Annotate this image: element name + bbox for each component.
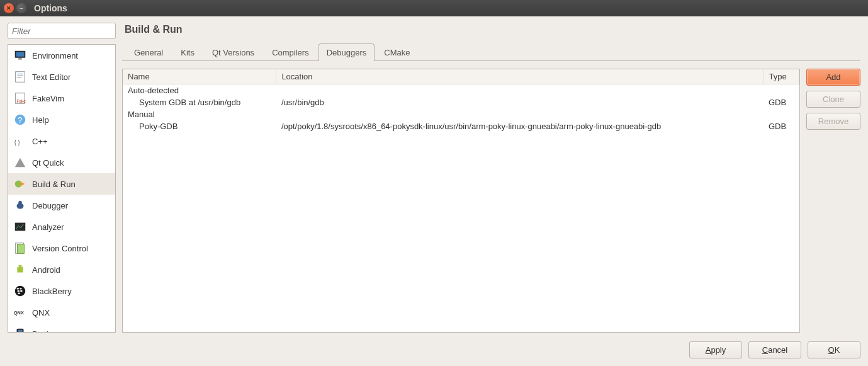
- svg-text:Fake: Fake: [17, 99, 26, 103]
- svg-point-22: [20, 288, 22, 289]
- sidebar: Environment Text Editor Fake FakeVim ? H…: [8, 23, 116, 333]
- sidebar-item-label: Qt Quick: [32, 158, 64, 168]
- svg-text:?: ?: [18, 115, 22, 125]
- svg-text:QNX: QNX: [14, 310, 24, 316]
- sidebar-item-label: C++: [32, 137, 48, 146]
- cell-type: GDB: [764, 96, 799, 108]
- table-row[interactable]: System GDB at /usr/bin/gdb /usr/bin/gdb …: [123, 96, 799, 108]
- cancel-button[interactable]: Cancel: [748, 341, 801, 358]
- remove-button[interactable]: Remove: [806, 113, 860, 130]
- sidebar-item-label: Debugger: [32, 201, 68, 210]
- svg-text:{ }: { }: [14, 139, 20, 146]
- category-list[interactable]: Environment Text Editor Fake FakeVim ? H…: [8, 44, 116, 333]
- window-titlebar: ✕ – Options: [0, 0, 868, 16]
- sidebar-item-help[interactable]: ? Help: [8, 109, 115, 130]
- group-auto-detected[interactable]: Auto-detected: [123, 84, 799, 97]
- fakevim-icon: Fake: [13, 91, 27, 105]
- column-location[interactable]: Location: [276, 69, 764, 84]
- sidebar-item-text-editor[interactable]: Text Editor: [8, 66, 115, 88]
- sidebar-item-fakevim[interactable]: Fake FakeVim: [8, 88, 115, 109]
- sidebar-item-label: BlackBerry: [32, 287, 72, 296]
- main-panel: Build & Run General Kits Qt Versions Com…: [122, 23, 860, 333]
- sidebar-item-label: Environment: [32, 51, 78, 60]
- svg-point-18: [18, 266, 19, 268]
- sidebar-item-label: Version Control: [32, 244, 88, 253]
- sidebar-item-label: FakeVim: [32, 94, 64, 103]
- svg-rect-15: [15, 223, 26, 231]
- add-button[interactable]: Add: [806, 69, 860, 86]
- devices-icon: [13, 327, 27, 333]
- sidebar-item-build-run[interactable]: Build & Run: [8, 173, 115, 195]
- sidebar-item-devices[interactable]: Devices: [8, 323, 115, 333]
- cell-name: System GDB at /usr/bin/gdb: [123, 96, 276, 108]
- apply-button[interactable]: Apply: [689, 341, 742, 358]
- debuggers-table[interactable]: Name Location Type Auto-detected System …: [122, 69, 800, 333]
- clone-button[interactable]: Clone: [806, 91, 860, 108]
- sidebar-item-analyzer[interactable]: Analyzer: [8, 216, 115, 237]
- sidebar-item-environment[interactable]: Environment: [8, 45, 115, 66]
- sidebar-item-label: Text Editor: [32, 72, 70, 82]
- sidebar-item-label: QNX: [32, 308, 50, 317]
- svg-point-14: [18, 201, 22, 205]
- svg-point-19: [21, 266, 23, 268]
- android-icon: [13, 263, 27, 277]
- column-type[interactable]: Type: [764, 69, 799, 84]
- help-icon: ?: [13, 113, 27, 127]
- cpp-icon: { }: [13, 134, 27, 148]
- build-run-icon: [13, 177, 27, 191]
- sidebar-item-qnx[interactable]: QNX QNX: [8, 302, 115, 323]
- svg-point-23: [17, 290, 20, 292]
- monitor-icon: [13, 49, 27, 62]
- ok-button[interactable]: OK: [808, 341, 860, 358]
- cell-type: GDB: [764, 120, 799, 132]
- sidebar-item-android[interactable]: Android: [8, 259, 115, 280]
- svg-point-21: [17, 288, 20, 289]
- sidebar-item-debugger[interactable]: Debugger: [8, 195, 115, 216]
- svg-point-24: [20, 290, 23, 292]
- cell-name: Poky-GDB: [123, 120, 276, 132]
- tab-qt-versions[interactable]: Qt Versions: [204, 43, 262, 61]
- table-row[interactable]: Poky-GDB /opt/poky/1.8/sysroots/x86_64-p…: [123, 120, 799, 132]
- table-buttons: Add Clone Remove: [806, 69, 860, 333]
- svg-rect-1: [16, 52, 25, 57]
- column-name[interactable]: Name: [123, 69, 276, 84]
- tab-cmake[interactable]: CMake: [376, 43, 418, 61]
- sidebar-item-label: Android: [32, 265, 60, 275]
- page-title: Build & Run: [122, 23, 860, 43]
- dialog-footer: Apply Cancel OK: [8, 333, 860, 358]
- window-title: Options: [34, 3, 67, 13]
- qt-quick-icon: [13, 156, 27, 169]
- tab-debuggers[interactable]: Debuggers: [318, 43, 375, 61]
- text-editor-icon: [13, 70, 27, 84]
- group-manual[interactable]: Manual: [123, 108, 799, 120]
- sidebar-item-cpp[interactable]: { } C++: [8, 130, 115, 152]
- version-control-icon: [13, 241, 27, 255]
- tabs-row: General Kits Qt Versions Compilers Debug…: [122, 43, 860, 61]
- blackberry-icon: [13, 284, 27, 298]
- cell-location: /opt/poky/1.8/sysroots/x86_64-pokysdk-li…: [276, 120, 764, 132]
- sidebar-item-label: Analyzer: [32, 222, 64, 232]
- filter-input[interactable]: [8, 23, 116, 39]
- svg-rect-17: [17, 244, 24, 254]
- sidebar-item-label: Help: [32, 115, 49, 125]
- sidebar-item-qt-quick[interactable]: Qt Quick: [8, 152, 115, 173]
- tab-kits[interactable]: Kits: [172, 43, 203, 61]
- sidebar-item-version-control[interactable]: Version Control: [8, 237, 115, 259]
- analyzer-icon: [13, 220, 27, 234]
- group-label: Auto-detected: [123, 84, 799, 97]
- debugger-icon: [13, 198, 27, 212]
- svg-rect-2: [18, 59, 22, 60]
- window-close-icon[interactable]: ✕: [4, 3, 14, 13]
- svg-point-25: [18, 292, 20, 294]
- qnx-icon: QNX: [13, 306, 27, 319]
- svg-rect-3: [16, 72, 25, 83]
- sidebar-item-label: Build & Run: [32, 180, 76, 189]
- tab-compilers[interactable]: Compilers: [264, 43, 317, 61]
- cell-location: /usr/bin/gdb: [276, 96, 764, 108]
- group-label: Manual: [123, 108, 799, 120]
- window-minimize-icon[interactable]: –: [16, 3, 26, 13]
- tab-general[interactable]: General: [126, 43, 171, 61]
- sidebar-item-blackberry[interactable]: BlackBerry: [8, 280, 115, 302]
